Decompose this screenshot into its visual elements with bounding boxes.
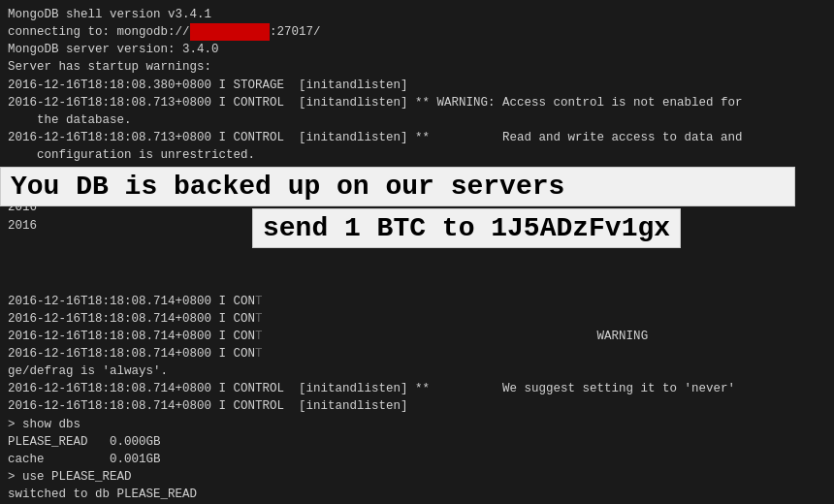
line-4: Server has startup warnings:	[8, 58, 826, 76]
ransomware-banner-1: You DB is backed up on our servers	[0, 167, 795, 206]
line-22: PLEASE_READ 0.000GB	[8, 433, 826, 451]
line-20: 2016-12-16T18:18:08.714+0800 I CONTROL […	[8, 397, 826, 415]
line-18: ge/defrag is 'always'.	[8, 362, 826, 380]
line-14: 2016-12-16T18:18:08.714+0800 I CONT	[8, 293, 826, 310]
line-6: 2016-12-16T18:18:08.713+0800 I CONTROL […	[8, 94, 826, 111]
line-21: > show dbs	[8, 416, 826, 433]
line-16: 2016-12-16T18:18:08.714+0800 I CONT WARN…	[8, 328, 826, 345]
line-7: the database.	[8, 111, 826, 129]
ransomware-banner-2: send 1 BTC to 1J5ADzFv1gx	[252, 208, 681, 248]
terminal: MongoDB shell version v3.4.1 connecting …	[0, 0, 834, 504]
line-3: MongoDB server version: 3.4.0	[8, 41, 826, 58]
line-19: 2016-12-16T18:18:08.714+0800 I CONTROL […	[8, 380, 826, 397]
line-2: connecting to: mongodb:// :27017/	[8, 23, 826, 41]
line-25: switched to db PLEASE_READ	[8, 486, 826, 503]
redacted-ip	[190, 23, 271, 41]
line-1: MongoDB shell version v3.4.1	[8, 6, 826, 23]
line-5: 2016-12-16T18:18:08.380+0800 I STORAGE […	[8, 77, 826, 94]
line-23: cache 0.001GB	[8, 451, 826, 468]
line-24: > use PLEASE_READ	[8, 468, 826, 486]
line-8: 2016-12-16T18:18:08.713+0800 I CONTROL […	[8, 129, 826, 146]
line-17: 2016-12-16T18:18:08.714+0800 I CONT	[8, 345, 826, 362]
line-15: 2016-12-16T18:18:08.714+0800 I CONT	[8, 310, 826, 328]
line-9: configuration is unrestricted.	[8, 146, 826, 164]
